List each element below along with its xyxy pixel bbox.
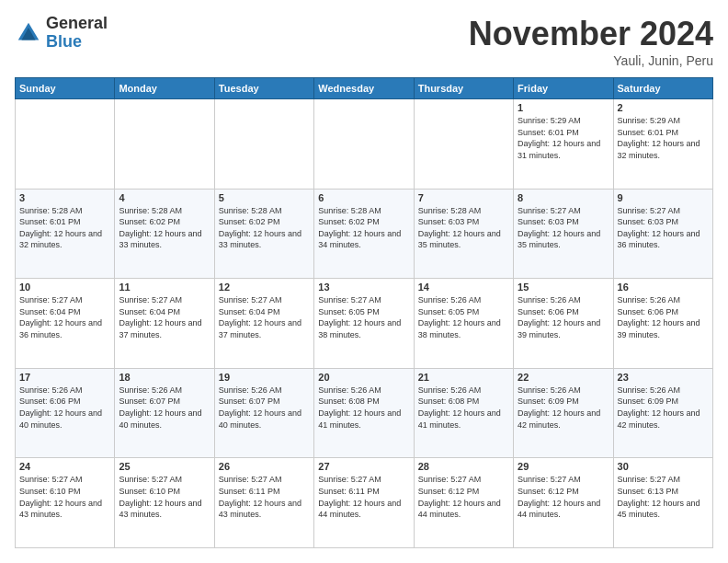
day-number: 14	[418, 282, 509, 293]
day-number: 30	[618, 461, 709, 472]
day-cell: 26Sunrise: 5:27 AMSunset: 6:11 PMDayligh…	[214, 458, 313, 548]
day-number: 11	[119, 282, 210, 293]
col-header-tuesday: Tuesday	[214, 78, 313, 99]
header: General Blue November 2024 Yauli, Junin,…	[15, 15, 713, 68]
day-cell: 12Sunrise: 5:27 AMSunset: 6:04 PMDayligh…	[214, 279, 313, 369]
day-info: Sunrise: 5:28 AMSunset: 6:01 PMDaylight:…	[19, 205, 110, 251]
day-cell: 22Sunrise: 5:26 AMSunset: 6:09 PMDayligh…	[514, 368, 613, 458]
day-cell: 27Sunrise: 5:27 AMSunset: 6:11 PMDayligh…	[314, 458, 414, 548]
day-cell	[214, 99, 313, 190]
day-cell: 5Sunrise: 5:28 AMSunset: 6:02 PMDaylight…	[214, 189, 313, 279]
day-number: 9	[618, 192, 709, 203]
day-number: 28	[418, 461, 509, 472]
day-cell	[314, 99, 414, 190]
day-cell: 23Sunrise: 5:26 AMSunset: 6:09 PMDayligh…	[613, 368, 712, 458]
day-info: Sunrise: 5:27 AMSunset: 6:11 PMDaylight:…	[219, 474, 310, 520]
week-row-0: 1Sunrise: 5:29 AMSunset: 6:01 PMDaylight…	[16, 99, 713, 190]
day-number: 18	[119, 372, 210, 383]
day-info: Sunrise: 5:27 AMSunset: 6:05 PMDaylight:…	[318, 294, 409, 340]
day-cell: 25Sunrise: 5:27 AMSunset: 6:10 PMDayligh…	[115, 458, 214, 548]
logo-text: General Blue	[46, 15, 108, 52]
day-number: 27	[318, 461, 409, 472]
day-number: 1	[518, 102, 609, 113]
day-cell: 10Sunrise: 5:27 AMSunset: 6:04 PMDayligh…	[16, 279, 115, 369]
day-number: 17	[19, 372, 110, 383]
day-info: Sunrise: 5:28 AMSunset: 6:03 PMDaylight:…	[418, 205, 509, 251]
day-number: 10	[19, 282, 110, 293]
day-info: Sunrise: 5:26 AMSunset: 6:06 PMDaylight:…	[518, 294, 609, 340]
day-number: 22	[518, 372, 609, 383]
day-number: 21	[418, 372, 509, 383]
day-number: 5	[219, 192, 310, 203]
day-cell: 3Sunrise: 5:28 AMSunset: 6:01 PMDaylight…	[16, 189, 115, 279]
day-info: Sunrise: 5:27 AMSunset: 6:10 PMDaylight:…	[119, 474, 210, 520]
day-info: Sunrise: 5:27 AMSunset: 6:10 PMDaylight:…	[19, 474, 110, 520]
day-info: Sunrise: 5:27 AMSunset: 6:12 PMDaylight:…	[418, 474, 509, 520]
day-cell: 6Sunrise: 5:28 AMSunset: 6:02 PMDaylight…	[314, 189, 414, 279]
day-cell: 7Sunrise: 5:28 AMSunset: 6:03 PMDaylight…	[414, 189, 513, 279]
day-info: Sunrise: 5:29 AMSunset: 6:01 PMDaylight:…	[618, 115, 709, 161]
day-number: 7	[418, 192, 509, 203]
day-info: Sunrise: 5:27 AMSunset: 6:04 PMDaylight:…	[219, 294, 310, 340]
day-cell: 19Sunrise: 5:26 AMSunset: 6:07 PMDayligh…	[214, 368, 313, 458]
day-cell: 24Sunrise: 5:27 AMSunset: 6:10 PMDayligh…	[16, 458, 115, 548]
week-row-1: 3Sunrise: 5:28 AMSunset: 6:01 PMDaylight…	[16, 189, 713, 279]
page: General Blue November 2024 Yauli, Junin,…	[0, 0, 728, 563]
day-number: 13	[318, 282, 409, 293]
day-number: 15	[518, 282, 609, 293]
day-number: 16	[618, 282, 709, 293]
col-header-sunday: Sunday	[16, 78, 115, 99]
day-cell: 15Sunrise: 5:26 AMSunset: 6:06 PMDayligh…	[514, 279, 613, 369]
logo-blue: Blue	[46, 33, 108, 52]
day-info: Sunrise: 5:26 AMSunset: 6:07 PMDaylight:…	[119, 385, 210, 431]
day-info: Sunrise: 5:27 AMSunset: 6:04 PMDaylight:…	[119, 294, 210, 340]
week-row-4: 24Sunrise: 5:27 AMSunset: 6:10 PMDayligh…	[16, 458, 713, 548]
day-number: 2	[618, 102, 709, 113]
col-header-monday: Monday	[115, 78, 214, 99]
day-number: 29	[518, 461, 609, 472]
week-row-3: 17Sunrise: 5:26 AMSunset: 6:06 PMDayligh…	[16, 368, 713, 458]
col-header-wednesday: Wednesday	[314, 78, 414, 99]
col-header-saturday: Saturday	[613, 78, 712, 99]
day-cell: 2Sunrise: 5:29 AMSunset: 6:01 PMDaylight…	[613, 99, 712, 190]
day-info: Sunrise: 5:27 AMSunset: 6:03 PMDaylight:…	[518, 205, 609, 251]
day-number: 26	[219, 461, 310, 472]
day-info: Sunrise: 5:26 AMSunset: 6:06 PMDaylight:…	[19, 385, 110, 431]
logo: General Blue	[15, 15, 108, 52]
day-cell: 8Sunrise: 5:27 AMSunset: 6:03 PMDaylight…	[514, 189, 613, 279]
day-cell: 21Sunrise: 5:26 AMSunset: 6:08 PMDayligh…	[414, 368, 513, 458]
week-row-2: 10Sunrise: 5:27 AMSunset: 6:04 PMDayligh…	[16, 279, 713, 369]
day-number: 19	[219, 372, 310, 383]
day-cell: 11Sunrise: 5:27 AMSunset: 6:04 PMDayligh…	[115, 279, 214, 369]
day-number: 3	[19, 192, 110, 203]
day-info: Sunrise: 5:27 AMSunset: 6:12 PMDaylight:…	[518, 474, 609, 520]
day-number: 25	[119, 461, 210, 472]
day-cell: 9Sunrise: 5:27 AMSunset: 6:03 PMDaylight…	[613, 189, 712, 279]
day-info: Sunrise: 5:26 AMSunset: 6:09 PMDaylight:…	[618, 385, 709, 431]
logo-icon	[15, 19, 42, 47]
day-info: Sunrise: 5:27 AMSunset: 6:03 PMDaylight:…	[618, 205, 709, 251]
day-cell: 14Sunrise: 5:26 AMSunset: 6:05 PMDayligh…	[414, 279, 513, 369]
day-cell: 4Sunrise: 5:28 AMSunset: 6:02 PMDaylight…	[115, 189, 214, 279]
day-number: 8	[518, 192, 609, 203]
day-cell: 1Sunrise: 5:29 AMSunset: 6:01 PMDaylight…	[514, 99, 613, 190]
day-cell	[16, 99, 115, 190]
day-info: Sunrise: 5:26 AMSunset: 6:05 PMDaylight:…	[418, 294, 509, 340]
col-header-thursday: Thursday	[414, 78, 513, 99]
day-cell: 13Sunrise: 5:27 AMSunset: 6:05 PMDayligh…	[314, 279, 414, 369]
day-cell: 18Sunrise: 5:26 AMSunset: 6:07 PMDayligh…	[115, 368, 214, 458]
day-info: Sunrise: 5:27 AMSunset: 6:13 PMDaylight:…	[618, 474, 709, 520]
day-cell: 17Sunrise: 5:26 AMSunset: 6:06 PMDayligh…	[16, 368, 115, 458]
logo-general: General	[46, 15, 108, 33]
month-title: November 2024	[469, 15, 713, 53]
day-number: 6	[318, 192, 409, 203]
day-number: 24	[19, 461, 110, 472]
day-number: 4	[119, 192, 210, 203]
title-block: November 2024 Yauli, Junin, Peru	[469, 15, 713, 68]
col-header-friday: Friday	[514, 78, 613, 99]
day-info: Sunrise: 5:27 AMSunset: 6:11 PMDaylight:…	[318, 474, 409, 520]
day-info: Sunrise: 5:26 AMSunset: 6:07 PMDaylight:…	[219, 385, 310, 431]
day-info: Sunrise: 5:26 AMSunset: 6:06 PMDaylight:…	[618, 294, 709, 340]
day-cell	[115, 99, 214, 190]
day-cell: 28Sunrise: 5:27 AMSunset: 6:12 PMDayligh…	[414, 458, 513, 548]
